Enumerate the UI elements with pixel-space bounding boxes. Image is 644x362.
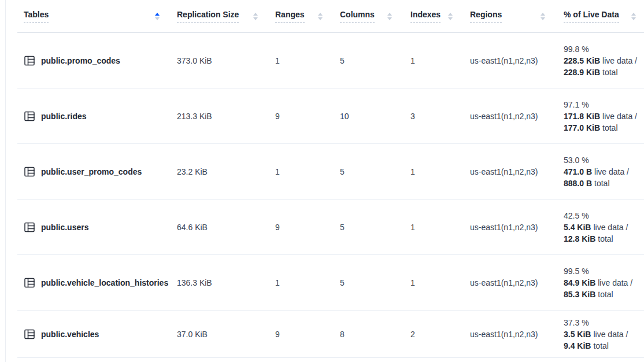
table-name-cell: public.vehicle_location_histories — [17, 277, 168, 289]
indexes-value: 2 — [400, 330, 461, 339]
sort-up-arrow-icon — [387, 13, 392, 16]
replication-size-value: 373.0 KiB — [168, 56, 266, 65]
sort-up-arrow-icon — [448, 13, 453, 16]
column-header-label: Columns — [340, 10, 375, 23]
table-name-cell: public.users — [17, 221, 168, 233]
live-percent-value: 99.8 % — [564, 43, 644, 55]
sort-icon[interactable] — [630, 12, 637, 21]
table-name-link[interactable]: public.promo_codes — [41, 56, 120, 65]
column-header-label: Indexes — [410, 10, 441, 23]
table-row[interactable]: public.users 64.6 KiB 9 5 1 us-east1(n1,… — [17, 200, 644, 255]
sort-up-arrow-icon — [631, 13, 636, 16]
sort-icon[interactable] — [539, 12, 546, 21]
ranges-value: 1 — [266, 167, 331, 176]
sort-icon[interactable] — [447, 12, 454, 21]
live-data-cell: 42.5 % 5.4 KiBlive data / 12.8 KiBtotal — [553, 210, 644, 245]
ranges-value: 1 — [266, 56, 331, 65]
sort-up-arrow-icon — [318, 13, 323, 16]
replication-size-value: 64.6 KiB — [168, 223, 266, 232]
total-size-label: total — [593, 341, 608, 350]
column-header-regions[interactable]: Regions — [461, 0, 553, 32]
sort-down-arrow-icon — [631, 17, 636, 20]
table-row[interactable]: public.vehicle_location_histories 136.3 … — [17, 255, 644, 311]
live-size-line: 3.5 KiBlive data / — [564, 328, 644, 340]
live-data-cell: 99.8 % 228.5 KiBlive data / 228.9 KiBtot… — [553, 43, 644, 78]
live-size-value: 5.4 KiB — [564, 223, 591, 232]
columns-value: 5 — [331, 278, 400, 287]
table-name-cell: public.promo_codes — [17, 55, 168, 67]
sort-icon[interactable] — [386, 12, 393, 21]
column-header-tables[interactable]: Tables — [17, 0, 168, 32]
table-icon — [24, 166, 35, 178]
table-name-link[interactable]: public.rides — [41, 112, 87, 121]
regions-value: us-east1(n1,n2,n3) — [461, 167, 553, 176]
live-size-label: live data / — [598, 278, 632, 287]
sort-down-arrow-icon — [155, 17, 160, 20]
live-percent-value: 99.5 % — [564, 265, 644, 277]
columns-value: 5 — [331, 56, 400, 65]
panel-edge-divider — [5, 0, 6, 362]
column-header-indexes[interactable]: Indexes — [400, 0, 461, 32]
total-size-line: 177.0 KiBtotal — [564, 122, 644, 134]
column-header-live-data[interactable]: % of Live Data — [553, 0, 644, 32]
column-header-label: % of Live Data — [564, 10, 619, 23]
live-size-line: 171.8 KiBlive data / — [564, 110, 644, 122]
live-size-label: live data / — [594, 167, 629, 176]
live-size-value: 228.5 KiB — [564, 56, 600, 65]
sort-down-arrow-icon — [387, 17, 392, 20]
columns-value: 10 — [331, 112, 400, 121]
column-header-label: Tables — [24, 10, 49, 23]
live-size-line: 84.9 KiBlive data / — [564, 277, 644, 289]
columns-value: 5 — [331, 167, 400, 176]
total-size-line: 228.9 KiBtotal — [564, 67, 644, 78]
live-size-label: live data / — [593, 330, 628, 339]
sort-icon[interactable] — [252, 12, 259, 21]
sort-up-arrow-icon — [155, 13, 160, 16]
sort-down-arrow-icon — [253, 17, 258, 20]
regions-value: us-east1(n1,n2,n3) — [461, 112, 553, 121]
column-header-replication-size[interactable]: Replication Size — [168, 0, 266, 32]
live-size-line: 471.0 Blive data / — [564, 166, 644, 178]
total-size-label: total — [602, 68, 617, 77]
table-row[interactable]: public.user_promo_codes 23.2 KiB 1 5 1 u… — [17, 144, 644, 200]
table-row[interactable]: public.rides 213.3 KiB 9 10 3 us-east1(n… — [17, 88, 644, 144]
table-row[interactable]: public.promo_codes 373.0 KiB 1 5 1 us-ea… — [17, 33, 644, 88]
total-size-line: 9.4 KiBtotal — [564, 340, 644, 352]
live-data-cell: 53.0 % 471.0 Blive data / 888.0 Btotal — [553, 154, 644, 189]
sort-down-arrow-icon — [448, 17, 453, 20]
ranges-value: 9 — [266, 223, 331, 232]
ranges-value: 1 — [266, 278, 331, 287]
regions-value: us-east1(n1,n2,n3) — [461, 330, 553, 339]
column-header-label: Replication Size — [177, 10, 239, 23]
live-size-label: live data / — [593, 223, 628, 232]
column-header-ranges[interactable]: Ranges — [266, 0, 331, 32]
table-row[interactable]: public.vehicles 37.0 KiB 9 8 2 us-east1(… — [17, 311, 644, 358]
total-size-value: 228.9 KiB — [564, 68, 600, 77]
sort-down-arrow-icon — [541, 17, 545, 20]
columns-value: 5 — [331, 223, 400, 232]
table-name-link[interactable]: public.users — [41, 223, 88, 232]
replication-size-value: 23.2 KiB — [168, 167, 266, 176]
table-header-row: Tables Replication Size Ranges Columns I… — [17, 0, 644, 33]
table-name-link[interactable]: public.vehicles — [41, 330, 99, 339]
table-name-cell: public.user_promo_codes — [17, 166, 168, 178]
live-size-value: 171.8 KiB — [564, 112, 600, 121]
total-size-value: 12.8 KiB — [564, 234, 595, 243]
table-icon — [24, 110, 35, 122]
live-percent-value: 53.0 % — [564, 154, 644, 166]
table-icon — [24, 221, 35, 233]
columns-value: 8 — [331, 330, 400, 339]
replication-size-value: 37.0 KiB — [168, 330, 266, 339]
indexes-value: 1 — [400, 278, 461, 287]
table-icon — [24, 55, 35, 67]
table-icon — [24, 328, 35, 340]
live-size-label: live data / — [602, 56, 637, 65]
sort-icon[interactable] — [154, 12, 161, 21]
live-size-value: 84.9 KiB — [564, 278, 595, 287]
column-header-columns[interactable]: Columns — [331, 0, 400, 32]
table-name-link[interactable]: public.vehicle_location_histories — [41, 278, 168, 287]
sort-icon[interactable] — [317, 12, 324, 21]
regions-value: us-east1(n1,n2,n3) — [461, 56, 553, 65]
ranges-value: 9 — [266, 112, 331, 121]
table-name-link[interactable]: public.user_promo_codes — [41, 167, 142, 176]
